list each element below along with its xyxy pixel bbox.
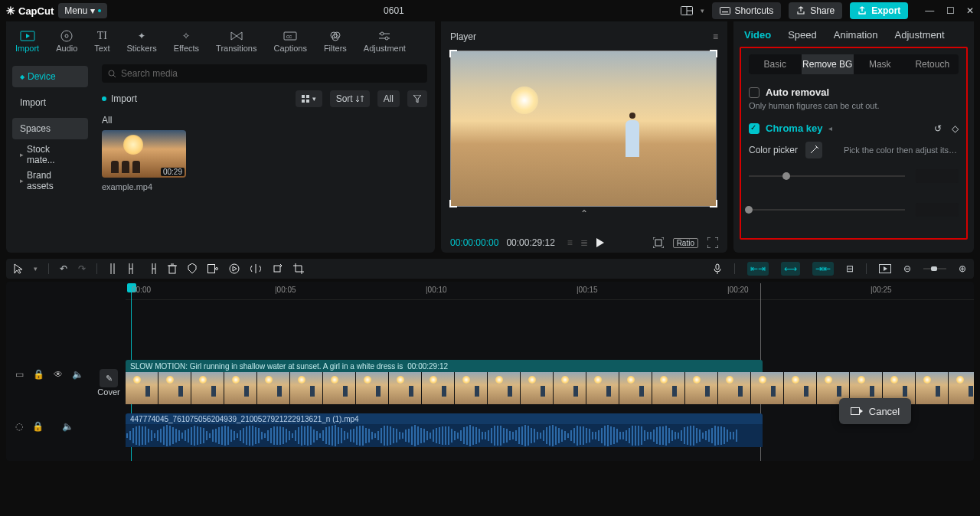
zoom-out-icon[interactable]: ⊖ [903,263,911,274]
svg-text:cc: cc [286,34,292,39]
svg-rect-24 [169,266,175,273]
record-icon[interactable] [207,264,218,273]
tab-effects[interactable]: ✧Effects [174,27,199,53]
rotate-icon[interactable] [272,263,283,274]
track-mute2-icon[interactable]: 🔈 [62,421,74,432]
split-icon[interactable] [108,263,117,274]
undo-icon[interactable]: ↶ [60,263,67,274]
color-picker-label: Color picker [749,145,798,155]
svg-rect-19 [302,95,305,98]
share-button[interactable]: Share [789,2,842,19]
reset-icon[interactable]: ↺ [934,123,942,134]
svg-rect-22 [306,100,309,103]
chroma-key-label: Chroma key [766,122,822,134]
keyframe-icon[interactable]: ◇ [952,123,959,134]
export-button[interactable]: Export [850,2,908,19]
color-picker-button[interactable] [805,142,822,158]
project-title: 0601 [112,5,675,16]
svg-point-7 [65,34,68,38]
filter-all-button[interactable]: All [377,90,400,107]
color-picker-hint: Pick the color then adjust its intensi..… [844,145,959,155]
crop-icon[interactable] [293,263,304,274]
track-lock2-icon[interactable]: 🔒 [32,421,44,432]
layout-icon[interactable] [681,5,693,17]
close-icon[interactable]: ✕ [966,5,974,16]
fullscreen-icon[interactable] [707,237,718,248]
tab-transitions[interactable]: Transitions [216,27,256,53]
chroma-key-checkbox[interactable] [749,123,760,134]
player-title: Player [450,31,476,42]
list-icon[interactable]: ≡ [567,237,573,248]
snap-c-icon[interactable]: ⇥⇤ [812,262,834,276]
marker-icon[interactable] [188,263,197,274]
freeze-icon[interactable] [229,263,240,274]
delete-icon[interactable] [168,263,177,274]
import-media-button[interactable]: Import [102,93,137,104]
tab-audio[interactable]: Audio [56,27,77,53]
player-menu-icon[interactable]: ≡ [713,31,718,42]
tab-captions[interactable]: ccCaptions [273,27,306,53]
subtab-mask[interactable]: Mask [854,54,906,74]
trim-right-icon[interactable] [148,263,157,274]
zoom-slider[interactable] [923,265,946,273]
track-mute-icon[interactable]: 🔈 [72,369,83,380]
minimize-icon[interactable]: — [925,5,934,16]
cover-button[interactable]: ✎Cover [92,369,126,397]
tab-filters[interactable]: Filters [324,27,347,53]
tab-text[interactable]: TIText [94,27,109,53]
zoom-in-icon[interactable]: ⊕ [959,263,966,274]
scale-fit-icon[interactable] [653,237,664,248]
nav-import[interactable]: Import [12,92,88,113]
nav-spaces[interactable]: Spaces [12,118,88,139]
inspector-tab-video[interactable]: Video [744,29,771,41]
player-collapse-icon[interactable]: ⌃ [450,208,718,219]
inspector-tab-animation[interactable]: Animation [834,29,878,41]
menu-button[interactable]: Menu▾ [58,3,107,18]
track-lock-icon[interactable]: 🔒 [33,369,44,380]
select-tool-icon[interactable] [14,263,23,274]
subtab-basic[interactable]: Basic [749,54,802,74]
subtab-removebg[interactable]: Remove BG [802,54,854,74]
inspector-tab-speed[interactable]: Speed [788,29,817,41]
auto-removal-checkbox[interactable] [749,87,760,98]
mic-icon[interactable] [713,263,722,274]
nav-stock[interactable]: ▸Stock mate... [12,144,88,165]
app-logo: ✳CapCut [6,5,54,17]
view-grid-button[interactable]: ▾ [296,90,322,107]
mirror-icon[interactable] [250,264,261,273]
inspector-tab-adjustment[interactable]: Adjustment [895,29,945,41]
track-eye-icon[interactable]: 👁 [54,369,63,380]
nav-device[interactable]: ◆Device [12,66,88,87]
tab-import[interactable]: Import [15,27,39,53]
tab-stickers[interactable]: ✦Stickers [127,27,157,53]
cancel-toast[interactable]: Cancel [839,398,911,424]
filter-icon-button[interactable] [407,90,427,107]
search-input[interactable]: Search media [102,64,427,83]
svg-line-18 [113,75,116,77]
redo-icon[interactable]: ↷ [78,263,86,274]
preview-toggle-icon[interactable] [879,264,891,273]
snap-a-icon[interactable]: ⇤⇥ [747,262,769,276]
timeline-ruler[interactable]: 00:00 |00:05 |00:10 |00:15 |00:20 |00:25 [126,282,974,300]
track-video-icon[interactable]: ▭ [15,369,24,380]
audio-clip[interactable]: 447774045_761075056204939_21005279212229… [126,413,763,447]
snap-b-icon[interactable]: ⟷ [781,262,800,276]
sort-button[interactable]: Sort [330,90,370,107]
stacked-icon[interactable]: ≣ [580,237,588,248]
align-icon[interactable]: ⊟ [846,263,854,274]
play-button[interactable] [596,237,605,248]
tab-adjustment[interactable]: Adjustment [364,27,406,53]
maximize-icon[interactable]: ☐ [946,5,955,16]
media-thumb[interactable]: 00:29 example.mp4 [102,130,186,191]
timecode-total: 00:00:29:12 [506,237,554,248]
shortcuts-button[interactable]: Shortcuts [712,2,782,19]
subtab-retouch[interactable]: Retouch [906,54,959,74]
player-viewport[interactable] [450,51,717,207]
ratio-button[interactable]: Ratio [673,238,698,248]
trim-left-icon[interactable] [128,263,137,274]
nav-brand[interactable]: ▸Brand assets [12,170,88,191]
svg-rect-4 [722,11,728,12]
svg-point-26 [216,268,218,270]
svg-rect-21 [302,100,305,103]
track-audio-icon[interactable]: ◌ [15,421,23,432]
